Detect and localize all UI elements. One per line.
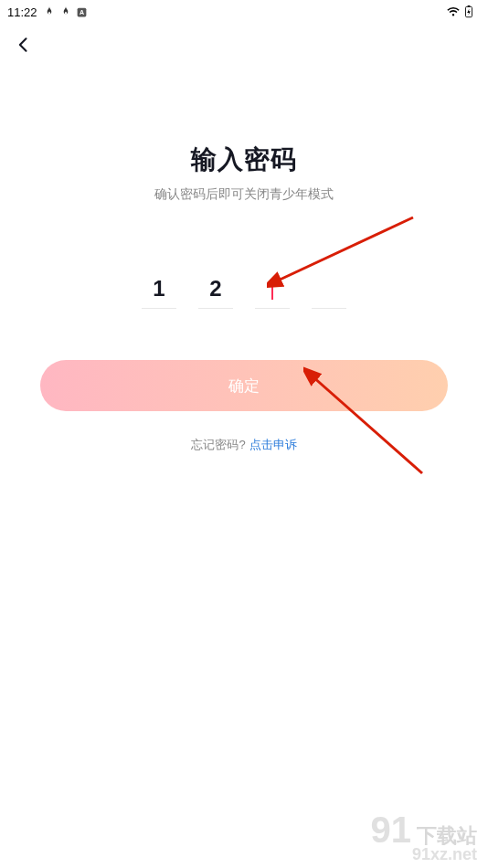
chevron-left-icon — [15, 36, 33, 54]
page-title: 输入密码 — [191, 143, 297, 177]
pin-digit-1: 1 — [142, 269, 176, 309]
page-subtitle: 确认密码后即可关闭青少年模式 — [154, 186, 334, 203]
content: 输入密码 确认密码后即可关闭青少年模式 1 2 确定 忘记密码? 点击申诉 — [0, 143, 488, 453]
watermark-num: 91 — [371, 811, 412, 848]
watermark-text: 下载站 — [417, 826, 477, 848]
watermark-url: 91xz.net — [371, 846, 478, 863]
pin-digit-2: 2 — [198, 269, 233, 309]
forgot-row: 忘记密码? 点击申诉 — [191, 437, 296, 453]
app-icon: A — [76, 6, 88, 18]
back-button[interactable] — [13, 34, 35, 56]
status-left: 11:22 A — [7, 5, 88, 19]
svg-text:A: A — [80, 9, 84, 16]
svg-rect-3 — [468, 5, 471, 6]
pin-input[interactable]: 1 2 — [142, 269, 346, 309]
watermark: 91 下载站 91xz.net — [371, 811, 478, 863]
pin-digit-3 — [255, 269, 290, 309]
pin-digit-4 — [312, 269, 346, 309]
nav-bar — [0, 22, 488, 68]
battery-icon — [464, 5, 473, 18]
wifi-icon — [446, 6, 461, 17]
status-icons: A — [43, 5, 88, 18]
status-time: 11:22 — [7, 5, 37, 19]
status-right — [446, 5, 473, 18]
status-bar: 11:22 A — [0, 0, 488, 22]
confirm-button[interactable]: 确定 — [40, 360, 448, 411]
fire-icon — [43, 5, 56, 18]
appeal-link[interactable]: 点击申诉 — [249, 437, 297, 453]
pin-cursor — [271, 278, 273, 300]
fire-icon — [59, 5, 72, 18]
forgot-label: 忘记密码? — [191, 437, 245, 453]
confirm-label: 确定 — [228, 376, 260, 397]
